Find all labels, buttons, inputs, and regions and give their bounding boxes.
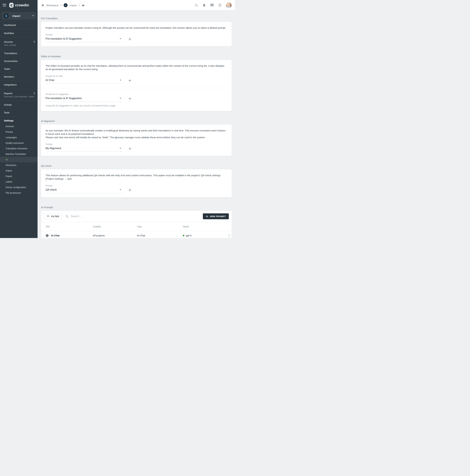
ai-suggestion-prompt-select[interactable]: Pre-translation & AI Suggestion	[46, 95, 122, 102]
chevron-right-icon	[34, 41, 35, 43]
sidebar-item-tools[interactable]: Tools	[0, 109, 37, 116]
section-label: AI Alignment	[41, 120, 232, 122]
pre-translation-prompt-select[interactable]: Pre-translation & AI Suggestion	[46, 36, 122, 42]
settings-item-ai[interactable]: AI	[0, 157, 37, 162]
ai-chat-prompt-select[interactable]: AI Chat	[46, 77, 122, 84]
settings-header: Settings	[0, 117, 37, 124]
sidebar-item-activity[interactable]: Activity	[0, 101, 37, 109]
chevron-down-icon	[120, 80, 121, 81]
chevron-right-icon	[61, 4, 62, 6]
qa-check-card: This feature allows for performing addit…	[41, 169, 232, 197]
sidebar-item-members[interactable]: Members	[0, 73, 37, 81]
chevron-down-icon	[120, 148, 121, 149]
new-prompt-button[interactable]: NEW PROMPT	[203, 213, 229, 219]
sidebar-item-screenshots[interactable]: Screenshots	[0, 57, 37, 65]
settings-item-machine-translation[interactable]: Machine Translation	[0, 151, 37, 157]
section-label: AI Prompts	[41, 206, 232, 209]
row-model: gpt-5	[183, 234, 223, 237]
prompt-label: Prompt	[46, 184, 227, 187]
settings-item-quality-assurance[interactable]: Quality assurance	[0, 140, 37, 146]
crowdin-logo-icon	[9, 3, 14, 8]
project-logo-icon	[4, 13, 9, 18]
ai-alignment-description-note: Please note that new terms will initiall…	[46, 136, 227, 139]
search-input[interactable]	[71, 215, 139, 218]
add-prompt-button[interactable]	[128, 188, 132, 192]
home-icon[interactable]	[41, 4, 44, 7]
breadcrumb: Workspace Impact AI	[41, 3, 195, 7]
row-menu-icon[interactable]	[227, 233, 232, 238]
ai-prompts-table: Title Visibility Type Model AI Chat All …	[41, 222, 232, 238]
qa-check-description: This feature allows for performing addit…	[46, 174, 227, 180]
settings-item-privacy[interactable]: Privacy	[0, 129, 37, 135]
settings-item-parser-configuration[interactable]: Parser configuration	[0, 185, 37, 190]
editor-ai-description: The Editor AI Assistant provides an AI c…	[46, 64, 227, 71]
section-ai-prompts: AI Prompts FILTER NEW PROMPT	[41, 206, 232, 238]
ai-alignment-prompt-select[interactable]: My Alignment	[46, 145, 122, 152]
sidebar-nav: Dashboard Workflow Sources Files, String…	[0, 21, 37, 238]
settings-item-labels[interactable]: Labels	[0, 179, 37, 185]
settings-item-translation-memories[interactable]: Translation memories	[0, 146, 37, 151]
add-prompt-button[interactable]	[128, 79, 132, 82]
help-icon[interactable]	[218, 3, 222, 7]
add-prompt-button[interactable]	[128, 147, 132, 151]
settings-item-languages[interactable]: Languages	[0, 135, 37, 140]
add-prompt-button[interactable]	[128, 37, 132, 41]
user-avatar[interactable]	[226, 2, 232, 8]
project-switcher[interactable]: Impact	[1, 12, 36, 19]
ai-chat-prompt-label: Prompt for AI chat	[46, 75, 227, 77]
section-label: Pre-Translation	[41, 17, 232, 20]
editor-ai-assistant-card: The Editor AI Assistant provides an AI c…	[41, 60, 232, 111]
filter-icon	[47, 215, 50, 218]
menu-icon[interactable]	[3, 4, 6, 6]
settings-item-general[interactable]: General	[0, 124, 37, 129]
breadcrumb-project-icon	[64, 3, 68, 7]
ai-prompts-toolbar: FILTER NEW PROMPT	[41, 211, 232, 222]
sidebar: crowdin Impact Dashboard Workflow Source…	[0, 0, 37, 238]
notifications-icon[interactable]	[202, 3, 206, 7]
chevron-right-icon	[34, 92, 35, 94]
prompt-label: Prompt	[46, 34, 227, 36]
section-editor-ai-assistant: Editor AI Assistant The Editor AI Assist…	[41, 55, 232, 111]
sidebar-item-workflow[interactable]: Workflow	[0, 29, 37, 37]
section-qa-check: QA check This feature allows for perform…	[41, 165, 232, 197]
breadcrumb-workspace[interactable]: Workspace	[46, 4, 59, 7]
settings-item-glossaries[interactable]: Glossaries	[0, 162, 37, 168]
ai-alignment-description: As you translate, this AI feature automa…	[46, 129, 227, 136]
column-title: Title	[46, 225, 93, 228]
qa-check-prompt-select[interactable]: QA check	[46, 187, 122, 193]
ai-prompts-card: FILTER NEW PROMPT Title Visibility	[41, 211, 232, 238]
search-icon[interactable]	[195, 3, 198, 7]
ai-suggestion-prompt-label: Prompt for AI suggestion	[46, 93, 227, 95]
sidebar-item-sources[interactable]: Sources Files, Strings	[0, 37, 37, 49]
openai-icon	[46, 234, 49, 237]
sidebar-item-integrations[interactable]: Integrations	[0, 81, 37, 89]
section-ai-alignment: AI Alignment As you translate, this AI f…	[41, 120, 232, 156]
sidebar-item-tasks[interactable]: Tasks	[0, 65, 37, 73]
sidebar-brand: crowdin	[0, 0, 37, 10]
table-row[interactable]: AI Chat All projects AI Chat gpt-5	[41, 231, 232, 238]
add-prompt-button[interactable]	[128, 97, 132, 101]
chevron-down-icon	[120, 98, 121, 99]
filter-button[interactable]: FILTER	[44, 213, 62, 219]
sidebar-item-translations[interactable]: Translations	[0, 49, 37, 57]
pre-translation-card: Project members can pre-translate conten…	[41, 22, 232, 47]
sidebar-item-reports[interactable]: Reports Overview, Cost estimate, Transl.…	[0, 89, 37, 101]
crowdin-logo[interactable]: crowdin	[9, 3, 29, 8]
messages-icon[interactable]	[210, 3, 214, 7]
settings-item-file-processors[interactable]: File processors	[0, 190, 37, 196]
prompt-label: Prompt	[46, 143, 227, 145]
settings-item-import[interactable]: Import	[0, 168, 37, 173]
sidebar-settings-group: Settings General Privacy Languages Quali…	[0, 116, 37, 197]
breadcrumb-page: AI	[82, 4, 84, 7]
breadcrumb-project[interactable]: Impact	[70, 4, 77, 7]
column-model: Model	[183, 225, 223, 228]
model-status-dot	[183, 235, 184, 236]
topbar-actions	[195, 2, 232, 8]
chevron-right-icon	[79, 4, 80, 6]
settings-item-export[interactable]: Export	[0, 173, 37, 179]
section-label: QA check	[41, 165, 232, 167]
row-visibility: All projects	[93, 234, 137, 237]
plus-icon	[206, 215, 208, 218]
sidebar-item-dashboard[interactable]: Dashboard	[0, 21, 37, 29]
search-box	[65, 215, 203, 218]
